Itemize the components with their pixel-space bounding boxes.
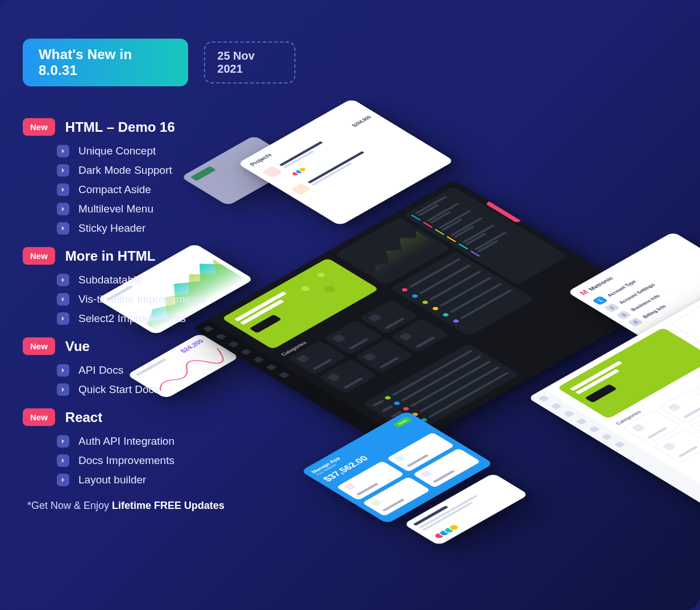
whatsnew-pill: What's New in 8.0.31 — [23, 39, 188, 86]
section-title: React — [65, 410, 102, 425]
chevron-right-icon — [57, 364, 69, 377]
manage-card — [413, 448, 481, 488]
list-item: Docs Improvements — [23, 454, 295, 467]
list-item: Vis-timeline Improvements — [23, 293, 295, 306]
item-label: Sticky Header — [78, 222, 145, 235]
chevron-right-icon — [57, 312, 69, 325]
chevron-right-icon — [57, 435, 69, 448]
item-label: Docs Improvements — [78, 454, 174, 467]
list-item: Unique Concept — [23, 145, 295, 157]
section-title: More in HTML — [65, 248, 156, 264]
list-item: Auth API Integration — [23, 435, 295, 448]
new-badge: New — [23, 337, 55, 355]
section-react: New React Auth API Integration Docs Impr… — [23, 408, 295, 486]
list-item: Subdatatable — [23, 274, 295, 286]
section-more-html: New More in HTML Subdatatable Vis-timeli… — [23, 247, 295, 325]
chevron-right-icon — [57, 145, 69, 157]
new-badge: New — [23, 408, 55, 426]
item-label: API Docs — [78, 364, 123, 377]
manage-card — [362, 477, 430, 516]
item-label: Quick Start Docs — [78, 383, 160, 396]
section-title: Vue — [65, 339, 90, 354]
footer-bold: Lifetime FREE Updates — [112, 500, 224, 511]
item-label: Unique Concept — [78, 145, 156, 157]
changelog-panel: What's New in 8.0.31 25 Nov 2021 New HTM… — [23, 39, 295, 512]
project-amount: $284,900 — [351, 115, 372, 128]
chevron-right-icon — [57, 293, 69, 306]
list-item: Layout builder — [23, 474, 295, 486]
list-item: Multilevel Menu — [23, 203, 295, 215]
section-vue: New Vue API Docs Quick Start Docs — [23, 337, 295, 396]
new-badge: New — [23, 118, 55, 136]
release-date: 25 Nov 2021 — [204, 41, 295, 83]
list-item: Dark Mode Support — [23, 164, 295, 177]
list-item: Quick Start Docs — [23, 383, 295, 396]
list-item: Select2 Improvements — [23, 312, 295, 325]
new-badge: New — [23, 247, 55, 265]
categories-label: Categories — [615, 410, 643, 425]
chevron-right-icon — [57, 183, 69, 196]
item-label: Multilevel Menu — [78, 203, 153, 215]
chevron-right-icon: › — [688, 248, 693, 251]
footer-cta: *Get Now & Enjoy Lifetime FREE Updates — [23, 500, 295, 512]
chevron-right-icon — [57, 383, 69, 396]
manage-amount: $37,562.00 — [321, 423, 427, 483]
item-label: Auth API Integration — [78, 435, 174, 448]
header-row: What's New in 8.0.31 25 Nov 2021 — [23, 39, 295, 86]
section-title: HTML – Demo 16 — [65, 119, 175, 135]
chevron-right-icon — [57, 164, 69, 177]
item-label: Layout builder — [78, 474, 146, 486]
footer-prefix: *Get Now & Enjoy — [27, 500, 112, 511]
item-label: Compact Aside — [78, 183, 151, 196]
manage-card — [336, 461, 405, 500]
chevron-right-icon — [57, 474, 69, 486]
light-sidebar — [528, 389, 700, 523]
chevron-right-icon — [57, 203, 69, 215]
chevron-right-icon — [57, 274, 69, 286]
item-label: Vis-timeline Improvements — [78, 293, 206, 306]
item-label: Select2 Improvements — [78, 312, 186, 325]
section-html-demo16: New HTML – Demo 16 Unique Concept Dark M… — [23, 118, 295, 235]
list-item: Sticky Header — [23, 222, 295, 235]
item-label: Subdatatable — [78, 274, 142, 286]
item-label: Dark Mode Support — [78, 164, 172, 177]
manage-subtitle: Your Balance — [315, 419, 415, 476]
chevron-right-icon — [57, 222, 69, 235]
list-item: Compact Aside — [23, 183, 295, 196]
chevron-right-icon — [57, 454, 69, 467]
list-item: API Docs — [23, 364, 295, 377]
